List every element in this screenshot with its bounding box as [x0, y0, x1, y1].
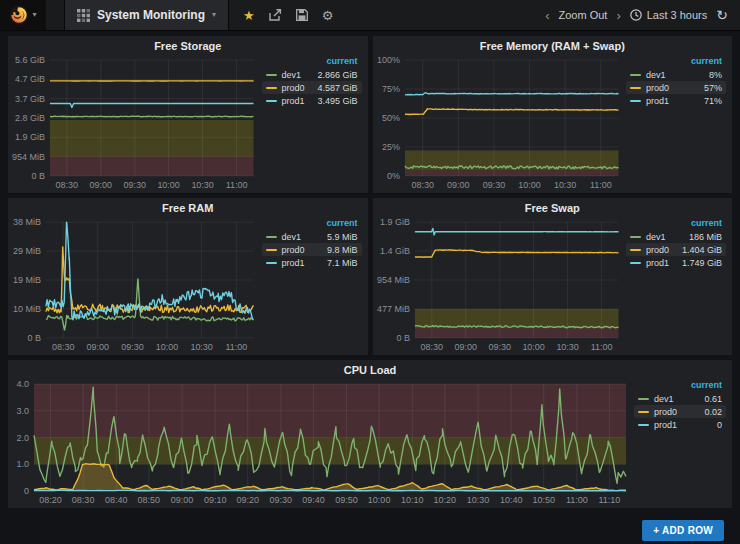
dashboard-grid-icon: [77, 9, 90, 22]
legend-color-dash-icon[interactable]: [630, 249, 641, 251]
grafana-logo[interactable]: ▾: [0, 0, 46, 30]
legend-series-name[interactable]: dev1: [646, 232, 689, 242]
legend-color-dash-icon[interactable]: [266, 236, 277, 238]
legend-series-name[interactable]: prod1: [646, 258, 682, 268]
panel-cpu-load: CPU Load 01.02.03.04.008:2008:3008:4008:…: [8, 360, 732, 508]
svg-text:50%: 50%: [381, 113, 399, 123]
share-icon[interactable]: [269, 9, 282, 21]
chart-free-swap[interactable]: 0 B477 MiB954 MiB1.4 GiB1.9 GiB08:3009:0…: [373, 214, 627, 353]
title-caret-icon: ▾: [212, 11, 216, 19]
svg-text:0: 0: [24, 486, 29, 496]
legend-row: prod13.495 GiB: [262, 94, 362, 107]
svg-text:1.4 GiB: 1.4 GiB: [380, 246, 410, 256]
legend-row: prod171%: [626, 94, 726, 107]
dashboard-title-dropdown[interactable]: System Monitoring ▾: [64, 0, 229, 30]
svg-text:11:00: 11:00: [226, 180, 248, 190]
legend-series-name[interactable]: prod0: [282, 83, 318, 93]
time-picker[interactable]: Last 3 hours: [630, 9, 708, 21]
panel-title[interactable]: Free Swap: [373, 198, 733, 214]
legend-current-value: 71%: [704, 96, 722, 106]
legend-row: prod057%: [626, 81, 726, 94]
legend-series-name[interactable]: prod1: [282, 258, 327, 268]
chart-free-memory[interactable]: 0%25%50%75%100%08:3009:0009:3010:0010:30…: [373, 52, 627, 191]
svg-text:10:00: 10:00: [156, 342, 178, 352]
legend-row: prod00.02: [634, 405, 726, 418]
svg-text:1.9 GiB: 1.9 GiB: [15, 132, 45, 142]
refresh-icon[interactable]: ↻: [716, 8, 728, 22]
dashboard-title: System Monitoring: [97, 8, 205, 22]
legend-color-dash-icon[interactable]: [638, 424, 649, 426]
svg-text:09:30: 09:30: [121, 342, 143, 352]
svg-text:38 MiB: 38 MiB: [13, 217, 41, 227]
svg-text:10:00: 10:00: [368, 495, 391, 505]
panel-title[interactable]: CPU Load: [8, 360, 732, 376]
panel-title[interactable]: Free Storage: [8, 36, 368, 52]
svg-text:0%: 0%: [386, 171, 399, 181]
legend-color-dash-icon[interactable]: [266, 249, 277, 251]
svg-text:09:30: 09:30: [488, 342, 510, 352]
legend-color-dash-icon[interactable]: [630, 100, 641, 102]
legend-color-dash-icon[interactable]: [266, 262, 277, 264]
legend-series-name[interactable]: prod0: [654, 407, 704, 417]
legend-series-name[interactable]: prod0: [646, 245, 682, 255]
legend-color-dash-icon[interactable]: [266, 87, 277, 89]
chart-cpu-load[interactable]: 01.02.03.04.008:2008:3008:4008:5009:0009…: [8, 376, 634, 506]
svg-text:4.0: 4.0: [16, 379, 29, 389]
add-row-button[interactable]: + ADD ROW: [642, 520, 724, 541]
legend-color-dash-icon[interactable]: [266, 100, 277, 102]
svg-text:3.0: 3.0: [16, 406, 29, 416]
pan-left-chevron-icon[interactable]: ‹: [545, 9, 549, 22]
svg-text:09:50: 09:50: [335, 495, 358, 505]
svg-text:08:30: 08:30: [72, 495, 95, 505]
legend-free-swap: currentdev1186 MiBprod01.404 GiBprod11.7…: [626, 214, 730, 353]
svg-text:10 MiB: 10 MiB: [13, 304, 41, 314]
legend-free-ram: currentdev15.9 MiBprod09.8 MiBprod17.1 M…: [262, 214, 366, 353]
svg-text:08:50: 08:50: [138, 495, 161, 505]
legend-color-dash-icon[interactable]: [638, 398, 649, 400]
legend-series-name[interactable]: prod1: [646, 96, 704, 106]
legend-header-current[interactable]: current: [262, 218, 362, 230]
legend-color-dash-icon[interactable]: [630, 87, 641, 89]
svg-text:1.0: 1.0: [16, 459, 29, 469]
legend-series-name[interactable]: dev1: [282, 232, 327, 242]
legend-header-current[interactable]: current: [626, 56, 726, 68]
legend-series-name[interactable]: dev1: [654, 394, 704, 404]
legend-header-current[interactable]: current: [626, 218, 726, 230]
svg-text:4.7 GiB: 4.7 GiB: [15, 74, 45, 84]
pan-right-chevron-icon[interactable]: ›: [616, 9, 620, 22]
svg-text:08:30: 08:30: [420, 342, 442, 352]
settings-gear-icon[interactable]: ⚙: [322, 9, 334, 22]
legend-current-value: 1.749 GiB: [682, 258, 722, 268]
legend-header-current[interactable]: current: [262, 56, 362, 68]
svg-text:10:30: 10:30: [190, 342, 212, 352]
chart-free-ram[interactable]: 0 B10 MiB19 MiB29 MiB38 MiB08:3009:0009:…: [8, 214, 262, 353]
legend-free-storage: currentdev12.866 GiBprod04.587 GiBprod13…: [262, 52, 366, 191]
legend-series-name[interactable]: dev1: [282, 70, 318, 80]
legend-series-name[interactable]: dev1: [646, 70, 709, 80]
legend-color-dash-icon[interactable]: [266, 74, 277, 76]
chart-free-storage[interactable]: 0 B954 MiB1.9 GiB2.8 GiB3.7 GiB4.7 GiB5.…: [8, 52, 262, 191]
legend-color-dash-icon[interactable]: [630, 236, 641, 238]
star-icon[interactable]: ★: [243, 9, 255, 22]
svg-text:10:30: 10:30: [553, 180, 575, 190]
legend-series-name[interactable]: prod1: [282, 96, 318, 106]
legend-color-dash-icon[interactable]: [638, 411, 649, 413]
legend-color-dash-icon[interactable]: [630, 262, 641, 264]
svg-text:0 B: 0 B: [27, 333, 40, 343]
legend-header-current[interactable]: current: [634, 380, 726, 392]
zoom-out-button[interactable]: Zoom Out: [558, 9, 607, 21]
panel-title[interactable]: Free RAM: [8, 198, 368, 214]
legend-series-name[interactable]: prod1: [654, 420, 717, 430]
legend-color-dash-icon[interactable]: [630, 74, 641, 76]
dashboard-footer: + ADD ROW: [8, 513, 732, 541]
panel-title[interactable]: Free Memory (RAM + Swap): [373, 36, 733, 52]
svg-text:2.0: 2.0: [16, 433, 29, 443]
legend-series-name[interactable]: prod0: [282, 245, 327, 255]
legend-series-name[interactable]: prod0: [646, 83, 704, 93]
grafana-logo-icon: [9, 5, 29, 25]
svg-text:75%: 75%: [381, 84, 399, 94]
legend-current-value: 7.1 MiB: [327, 258, 358, 268]
svg-text:08:40: 08:40: [105, 495, 128, 505]
save-icon[interactable]: [296, 9, 308, 21]
dashboard-toolbar: ★ ⚙: [229, 0, 347, 30]
